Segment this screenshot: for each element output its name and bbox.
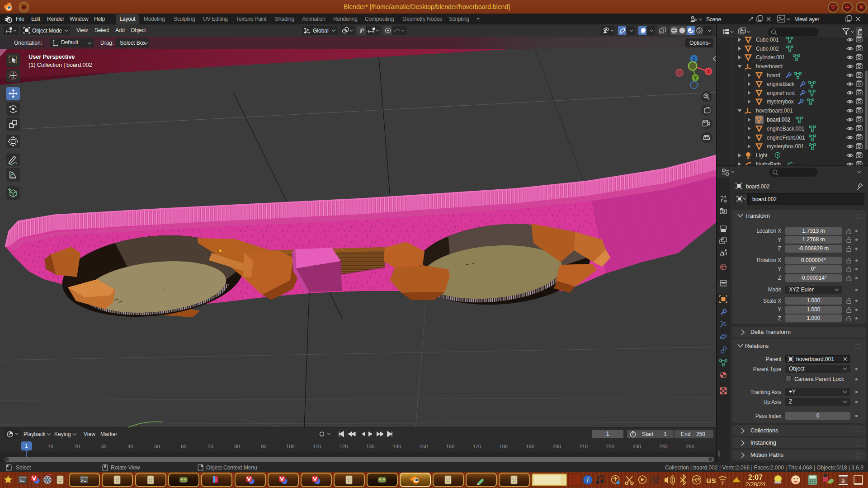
svg-text:Y: Y	[694, 75, 697, 80]
svg-text:Cylinder.001: Cylinder.001	[756, 54, 785, 61]
svg-text:hoverboard: hoverboard	[756, 63, 783, 70]
svg-text:engineBack.001: engineBack.001	[767, 126, 805, 132]
svg-text:Cube.001: Cube.001	[756, 37, 779, 43]
svg-text:board.002: board.002	[746, 183, 770, 190]
svg-text:NurbsPath: NurbsPath	[756, 161, 781, 166]
svg-text:mysterybox.001: mysterybox.001	[767, 143, 804, 150]
svg-text:engineFront: engineFront	[767, 90, 795, 96]
svg-text:2/28/24: 2/28/24	[745, 481, 765, 488]
svg-text:Light: Light	[756, 152, 768, 159]
svg-text:engineFront.001: engineFront.001	[767, 135, 805, 141]
svg-text:hoverboard.001: hoverboard.001	[756, 108, 793, 114]
svg-text:board: board	[767, 72, 780, 79]
svg-text:mysterybox: mysterybox	[767, 99, 794, 105]
svg-text:board.002: board.002	[767, 117, 791, 123]
svg-text:2:07: 2:07	[748, 474, 763, 481]
svg-text:Scene: Scene	[706, 16, 722, 23]
svg-text:us: us	[706, 475, 716, 485]
svg-text:Z: Z	[693, 56, 695, 61]
svg-text:ViewLayer: ViewLayer	[795, 16, 819, 23]
svg-text:engineBack: engineBack	[767, 81, 795, 87]
svg-text:a: a	[842, 477, 845, 484]
svg-text:X: X	[707, 69, 710, 74]
svg-text:Cube.002: Cube.002	[756, 46, 779, 52]
